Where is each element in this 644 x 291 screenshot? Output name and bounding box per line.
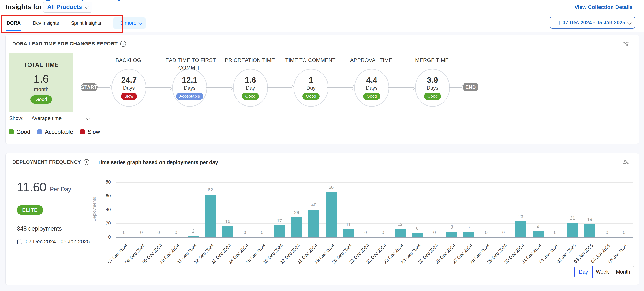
bar-18-Dec-2024[interactable] <box>308 209 319 237</box>
bar-value-label: 0 <box>616 230 633 235</box>
deployment-date-range-value: 07 Dec 2024 - 05 Jan 2025 <box>26 238 90 245</box>
bar-value-label: 21 <box>564 215 581 221</box>
stage-status-badge: Acceptable <box>176 93 204 100</box>
x-axis-line <box>116 237 633 238</box>
bar-value-label: 0 <box>495 230 512 235</box>
product-selector-dropdown[interactable]: All Products <box>43 2 92 13</box>
stage-unit: Days <box>366 85 378 91</box>
bar-19-Dec-2024[interactable] <box>326 192 336 237</box>
bar-value-label: 2 <box>185 228 202 234</box>
bar-26-Dec-2024[interactable] <box>446 231 457 237</box>
tab-dora[interactable]: DORA <box>7 15 21 32</box>
y-axis-title: Deployments <box>92 186 97 232</box>
granularity-week-button[interactable]: Week <box>592 266 612 278</box>
bar-27-Dec-2024[interactable] <box>464 232 474 237</box>
top-header-bar: Insights for All Products View Collectio… <box>0 0 644 15</box>
total-time-label: TOTAL TIME <box>24 62 59 68</box>
flow-connector-line <box>388 87 414 88</box>
bar-value-label: 12 <box>392 222 408 227</box>
chart-settings-icon[interactable] <box>622 159 630 166</box>
info-icon[interactable]: i <box>120 41 126 47</box>
stage-circle-pr-creation-time: 1.6DayGood <box>233 69 268 107</box>
bar-20-Dec-2024[interactable] <box>343 229 354 237</box>
bar-value-label: 0 <box>236 230 254 235</box>
chevron-down-icon <box>85 5 89 9</box>
chart-gridline <box>116 182 633 183</box>
bar-11-Dec-2024[interactable] <box>188 236 199 237</box>
bar-17-Dec-2024[interactable] <box>291 217 302 237</box>
legend-swatch <box>80 129 85 134</box>
stage-unit: Days <box>184 85 196 91</box>
bar-03-Jan-2025[interactable] <box>584 224 595 237</box>
bar-value-label: 0 <box>168 230 184 235</box>
show-label: Show: <box>9 116 24 121</box>
flow-connector-line <box>327 87 353 88</box>
show-metric-dropdown[interactable]: Show: Average time <box>9 115 89 122</box>
bar-31-Dec-2024[interactable] <box>532 231 544 237</box>
stage-circle-time-to-comment: 1DayGood <box>294 69 328 107</box>
tab-dev-insights[interactable]: Dev Insights <box>33 15 59 32</box>
view-collection-details-link[interactable]: View Collection Details <box>574 4 632 10</box>
performance-tier-badge: ELITE <box>17 205 43 215</box>
lead-time-card-title: DORA LEAD TIME FOR CHANGES REPORT <box>12 41 118 47</box>
bar-value-label: 40 <box>305 202 322 208</box>
bar-value-label: 66 <box>322 185 340 190</box>
date-range-picker[interactable]: 07 Dec 2024 - 05 Jan 2025 <box>550 17 635 29</box>
legend-item-good: Good <box>8 129 30 135</box>
product-selector-value: All Products <box>47 4 82 11</box>
tabs-more-dropdown[interactable]: +3 more <box>113 18 146 29</box>
bar-value-label: 23 <box>512 214 529 219</box>
deployment-frequency-card: DEPLOYMENT FREQUENCY i 11.60 Per Day ELI… <box>5 153 639 285</box>
deployment-date-range: 07 Dec 2024 - 05 Jan 2025 <box>17 238 90 245</box>
info-icon[interactable]: i <box>84 159 90 165</box>
insights-tab-bar: DORADev InsightsSprint Insights+3 more 0… <box>0 15 644 32</box>
total-time-value: 1.6 <box>34 73 49 84</box>
bar-value-label: 29 <box>288 210 305 215</box>
bar-12-Dec-2024[interactable] <box>205 194 216 237</box>
chevron-down-icon <box>138 21 142 25</box>
legend-swatch <box>8 129 14 134</box>
legend-item-acceptable: Acceptable <box>37 129 73 135</box>
bar-30-Dec-2024[interactable] <box>515 221 526 237</box>
stage-unit: Day <box>306 85 316 91</box>
y-axis-tick-label: 80 <box>93 179 111 185</box>
bar-16-Dec-2024[interactable] <box>274 225 285 237</box>
bar-value-label: 16 <box>219 219 236 224</box>
tabs-container: DORADev InsightsSprint Insights+3 more <box>7 15 146 32</box>
lead-time-card-title-row: DORA LEAD TIME FOR CHANGES REPORT i <box>12 41 126 47</box>
flow-connector-line <box>267 87 292 88</box>
calendar-icon <box>17 239 22 244</box>
stage-status-badge: Good <box>424 93 441 100</box>
granularity-day-button[interactable]: Day <box>574 266 592 278</box>
bar-value-label: 11 <box>340 222 357 227</box>
cropped-text-fragment <box>118 0 120 1</box>
tab-sprint-insights[interactable]: Sprint Insights <box>71 15 101 32</box>
bar-value-label: 0 <box>598 230 616 235</box>
chart-settings-icon[interactable] <box>622 41 630 47</box>
bar-value-label: 17 <box>271 218 288 224</box>
deployment-card-title: DEPLOYMENT FREQUENCY <box>12 159 81 165</box>
stage-label: APPROVAL TIME <box>337 56 405 64</box>
flow-start-pill: START <box>81 83 98 91</box>
total-time-unit: month <box>34 86 48 92</box>
stage-status-badge: Good <box>363 93 380 100</box>
bar-value-label: 6 <box>409 226 426 231</box>
bar-23-Dec-2024[interactable] <box>394 229 406 237</box>
bar-value-label: 0 <box>478 230 495 235</box>
legend-label: Acceptable <box>45 129 73 135</box>
bar-24-Dec-2024[interactable] <box>412 233 423 237</box>
stage-circle-approval-time: 4.4DaysGood <box>354 69 389 107</box>
deployment-rate: 11.60 Per Day <box>17 180 71 194</box>
stage-value: 1.6 <box>245 76 256 85</box>
chart-gridline <box>116 223 633 224</box>
stage-label: BACKLOG <box>94 56 162 64</box>
total-deployments: 348 deployments <box>17 225 62 232</box>
stage-unit: Days <box>426 85 438 91</box>
chevron-down-icon <box>628 20 632 24</box>
granularity-month-button[interactable]: Month <box>612 266 634 278</box>
date-range-value: 07 Dec 2024 - 05 Jan 2025 <box>562 20 625 26</box>
legend-label: Good <box>16 129 30 135</box>
stage-label: PR CREATION TIME <box>216 56 284 64</box>
bar-02-Jan-2025[interactable] <box>567 223 578 237</box>
bar-13-Dec-2024[interactable] <box>222 226 233 237</box>
